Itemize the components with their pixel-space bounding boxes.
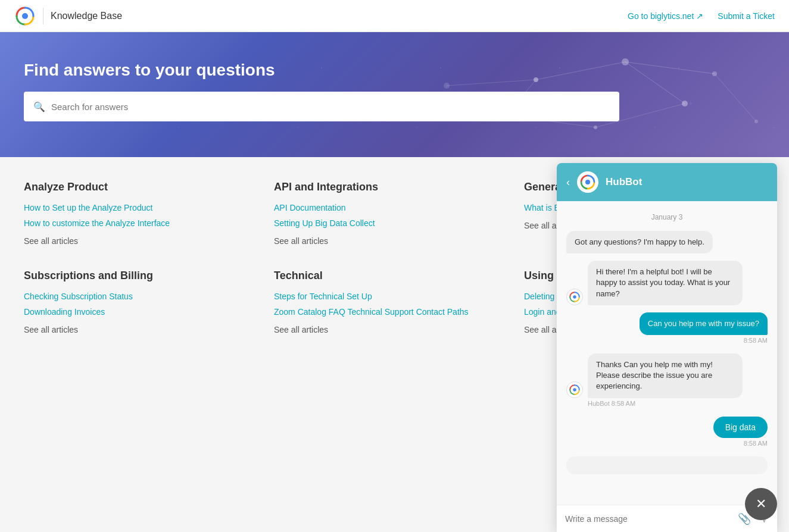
bot-message-row-1: Got any questions? I'm happy to help. xyxy=(566,231,768,254)
bot-bubble-1: Got any questions? I'm happy to help. xyxy=(566,231,713,254)
svg-point-9 xyxy=(444,83,450,89)
category-link-item[interactable]: How to Set up the Analyze Product xyxy=(24,203,238,212)
category-link-item[interactable]: Checking Subscription Status xyxy=(24,292,238,301)
app-logo xyxy=(14,5,36,27)
svg-line-15 xyxy=(715,74,756,121)
svg-line-16 xyxy=(447,80,536,86)
svg-point-4 xyxy=(682,101,688,107)
chat-body: January 3 Got any questions? I'm happy t… xyxy=(557,201,777,358)
category-api-integrations: API and IntegrationsAPI DocumentationSet… xyxy=(274,181,488,246)
user-bubble-1: Can you help me with my issue? xyxy=(640,312,768,335)
chat-header: ‹ HubBot xyxy=(557,163,777,201)
category-link-item[interactable]: How to customize the Analyze Interface xyxy=(24,218,238,228)
chat-bot-name: HubBot xyxy=(606,176,642,188)
hero-section: Find answers to your questions 🔍 xyxy=(0,32,789,157)
external-link-icon: ↗ xyxy=(696,11,703,21)
svg-point-21 xyxy=(573,295,576,298)
chat-date: January 3 xyxy=(566,213,768,221)
category-link-item[interactable]: API Documentation xyxy=(274,203,488,212)
bot-message-row-3: Thanks Can you help me with my! Please d… xyxy=(566,353,768,358)
header-right: Go to biglytics.net ↗ Submit a Ticket xyxy=(628,11,775,21)
category-link-item[interactable]: Downloading Invoices xyxy=(24,307,238,317)
bot-bubble-2: Hi there! I'm a helpful bot! I will be h… xyxy=(588,261,743,305)
category-links: How to Set up the Analyze ProductHow to … xyxy=(24,203,238,228)
see-all-link[interactable]: See all articles xyxy=(24,325,238,334)
see-all-link[interactable]: See all articles xyxy=(274,236,488,246)
go-to-biglytics-link[interactable]: Go to biglytics.net ↗ xyxy=(628,11,703,21)
category-technical: TechnicalSteps for Technical Set UpZoom … xyxy=(274,270,488,334)
see-all-link[interactable]: See all articles xyxy=(274,325,488,334)
category-links: Steps for Technical Set UpZoom Catalog F… xyxy=(274,292,488,317)
header-title: Knowledge Base xyxy=(51,11,122,21)
search-bar: 🔍 xyxy=(24,92,619,121)
category-links: Checking Subscription StatusDownloading … xyxy=(24,292,238,317)
app-header: Knowledge Base Go to biglytics.net ↗ Sub… xyxy=(0,0,789,32)
submit-ticket-link[interactable]: Submit a Ticket xyxy=(718,11,775,21)
chat-widget: ‹ HubBot January 3 Got any questions? I'… xyxy=(557,163,777,358)
see-all-link[interactable]: See all articles xyxy=(24,236,238,246)
category-title: API and Integrations xyxy=(274,181,488,193)
category-link-item[interactable]: Steps for Technical Set Up xyxy=(274,292,488,301)
bot-avatar-small xyxy=(566,289,583,305)
hero-title: Find answers to your questions xyxy=(24,61,765,80)
header-divider xyxy=(43,8,43,24)
svg-point-19 xyxy=(585,180,590,184)
svg-point-5 xyxy=(594,126,597,129)
chat-bot-avatar xyxy=(577,171,598,193)
bot-response-row: Thanks Can you help me with my! Please d… xyxy=(566,353,768,358)
search-icon: 🔍 xyxy=(33,101,45,112)
header-left: Knowledge Base xyxy=(14,5,122,27)
svg-point-8 xyxy=(754,120,758,123)
category-subscriptions-billing: Subscriptions and BillingChecking Subscr… xyxy=(24,270,238,334)
category-link-item[interactable]: Setting Up Big Data Collect xyxy=(274,218,488,228)
category-title: Analyze Product xyxy=(24,181,238,193)
category-links: API DocumentationSetting Up Big Data Col… xyxy=(274,203,488,228)
category-title: Subscriptions and Billing xyxy=(24,270,238,282)
bot-bubble-3: Thanks Can you help me with my! Please d… xyxy=(588,353,743,358)
category-title: Technical xyxy=(274,270,488,282)
chat-back-button[interactable]: ‹ xyxy=(566,176,570,189)
category-link-item[interactable]: Zoom Catalog FAQ Technical Support Conta… xyxy=(274,307,488,317)
search-input[interactable] xyxy=(51,102,610,112)
category-analyze-product: Analyze ProductHow to Set up the Analyze… xyxy=(24,181,238,246)
svg-point-1 xyxy=(22,13,28,19)
bot-message-row-2: Hi there! I'm a helpful bot! I will be h… xyxy=(566,261,768,305)
user-msg-time-1: 8:58 AM xyxy=(744,337,768,344)
user-message-row-1: Can you help me with my issue? 8:58 AM xyxy=(566,312,768,344)
